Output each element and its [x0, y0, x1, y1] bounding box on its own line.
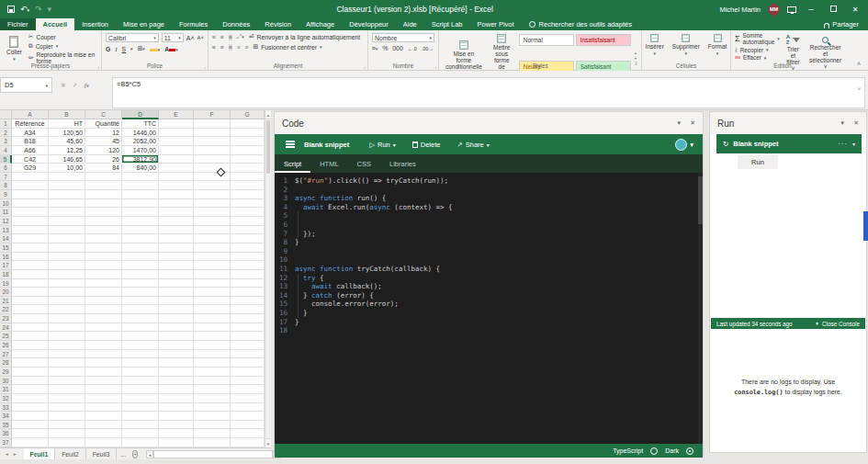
cell-A8[interactable] [12, 181, 49, 190]
run-collapse-icon[interactable]: ▾ [852, 141, 855, 147]
cell-F31[interactable] [194, 385, 231, 394]
share-snippet-button[interactable]: ↗ Share ▾ [457, 141, 489, 149]
formula-input[interactable]: =B5*C5 ˅ [112, 77, 865, 108]
column-header-E[interactable]: E [159, 110, 194, 119]
cell-D5[interactable]: 3812,90 [122, 155, 159, 164]
row-header-2[interactable]: 2 [0, 129, 12, 138]
cell-C14[interactable] [85, 234, 122, 243]
cell-A12[interactable] [12, 217, 49, 226]
cell-C8[interactable] [85, 181, 122, 190]
column-header-F[interactable]: F [194, 110, 231, 119]
cell-D27[interactable] [122, 350, 159, 359]
cell-C11[interactable] [85, 208, 122, 217]
editor-scrollbar[interactable] [698, 173, 703, 444]
editor-tab-script[interactable]: Script [275, 154, 310, 173]
cell-D18[interactable] [122, 270, 159, 279]
cell-B12[interactable] [49, 217, 85, 226]
cell-D23[interactable] [122, 314, 159, 323]
cell-D24[interactable] [122, 323, 159, 333]
tell-me-search[interactable]: Rechercher des outils adaptés [522, 18, 639, 30]
theme-label[interactable]: Dark [665, 447, 679, 454]
cell-G24[interactable] [231, 323, 265, 333]
cell-G3[interactable] [231, 137, 265, 146]
cancel-entry-icon[interactable]: ✕ [61, 82, 66, 89]
code-pane-close-icon[interactable]: ✕ [690, 119, 695, 127]
cell-C28[interactable] [85, 358, 122, 368]
cell-B16[interactable] [49, 253, 85, 262]
ribbon-tab-révision[interactable]: Révision [257, 18, 299, 30]
row-header-10[interactable]: 10 [0, 199, 12, 209]
align-bottom-button[interactable]: ≡ [229, 34, 232, 40]
row-header-14[interactable]: 14 [0, 234, 12, 243]
cell-C23[interactable] [85, 314, 122, 323]
row-header-30[interactable]: 30 [0, 377, 12, 386]
cell-C37[interactable] [85, 438, 122, 447]
cell-E2[interactable] [159, 129, 194, 138]
scroll-down-icon[interactable]: ▾ [265, 438, 271, 447]
collapse-ribbon-icon[interactable]: ˄ [857, 61, 861, 67]
cell-E8[interactable] [159, 181, 194, 190]
row-header-7[interactable]: 7 [0, 173, 12, 182]
cell-C3[interactable]: 45 [85, 137, 122, 146]
cell-A5[interactable]: C42 [12, 155, 49, 164]
refresh-icon[interactable]: ↻ [723, 140, 728, 148]
cell-E12[interactable] [159, 217, 194, 226]
cell-A2[interactable]: A34 [12, 129, 49, 138]
fill-color-button[interactable]: ▾ [150, 46, 161, 52]
ribbon-tab-script-lab[interactable]: Script Lab [424, 18, 470, 30]
font-name-select[interactable]: Calibri▾ [106, 33, 159, 42]
cell-B26[interactable] [49, 341, 85, 350]
cell-A19[interactable] [12, 279, 49, 289]
vertical-scroll-thumb[interactable] [266, 120, 270, 174]
vertical-scrollbar[interactable]: ▴ ▾ [265, 110, 271, 447]
cell-G1[interactable] [231, 119, 265, 129]
cell-D13[interactable] [122, 226, 159, 235]
cell-A9[interactable] [12, 190, 49, 199]
orientation-button[interactable]: ⤢▾ [237, 33, 244, 40]
editor-tab-css[interactable]: CSS [348, 154, 380, 173]
cell-D35[interactable] [122, 421, 159, 430]
cell-A25[interactable] [12, 332, 49, 341]
close-console-button[interactable]: ▼ Close Console [815, 321, 860, 327]
cell-D22[interactable] [122, 305, 159, 314]
row-header-22[interactable]: 22 [0, 305, 12, 314]
font-color-button[interactable]: A▾ [164, 46, 177, 52]
ribbon-tab-insertion[interactable]: Insertion [74, 18, 116, 30]
align-center-button[interactable]: ≡ [220, 44, 224, 51]
merge-center-button[interactable]: ⊞ Fusionner et centrer ▾ [253, 43, 321, 51]
cell-D2[interactable]: 1446,00 [122, 129, 159, 138]
cell-B23[interactable] [49, 314, 85, 323]
row-header-26[interactable]: 26 [0, 341, 12, 350]
sheet-tab-feuil3[interactable]: Feuil3 [86, 448, 118, 459]
cell-A20[interactable] [12, 288, 49, 297]
scroll-left-icon[interactable]: ◂ [146, 450, 153, 458]
collapse-formula-bar-icon[interactable]: ˅ [857, 86, 861, 92]
cell-D30[interactable] [122, 377, 159, 386]
undo-icon[interactable]: ↶▾ [20, 6, 29, 14]
cell-D4[interactable]: 1470,00 [122, 146, 159, 155]
cell-A24[interactable] [12, 323, 49, 333]
cell-C13[interactable] [85, 226, 122, 235]
cell-G23[interactable] [231, 314, 265, 323]
ribbon-tab-accueil[interactable]: Accueil [36, 18, 75, 30]
autosum-button[interactable]: Σ Somme automatique ▾ [735, 32, 780, 45]
cell-E24[interactable] [159, 323, 194, 333]
row-header-3[interactable]: 3 [0, 137, 12, 146]
cell-F23[interactable] [194, 314, 231, 323]
cell-E5[interactable] [159, 155, 194, 164]
cell-C10[interactable] [85, 199, 122, 209]
cell-E13[interactable] [159, 226, 194, 235]
cell-B24[interactable] [49, 323, 85, 333]
cell-F12[interactable] [194, 217, 231, 226]
align-middle-button[interactable]: ≡ [220, 34, 224, 40]
clear-button[interactable]: Effacer ▾ [735, 54, 780, 61]
cell-B19[interactable] [49, 279, 85, 289]
cell-E23[interactable] [159, 314, 194, 323]
cell-F8[interactable] [194, 181, 231, 190]
cell-C33[interactable] [85, 403, 122, 413]
select-all-corner[interactable] [0, 110, 12, 119]
column-header-B[interactable]: B [49, 110, 85, 119]
cell-C20[interactable] [85, 288, 122, 297]
name-box-dropdown-icon[interactable]: ▾ [45, 83, 48, 88]
cell-style-insatisfaisant[interactable]: Insatisfaisant [576, 34, 631, 46]
